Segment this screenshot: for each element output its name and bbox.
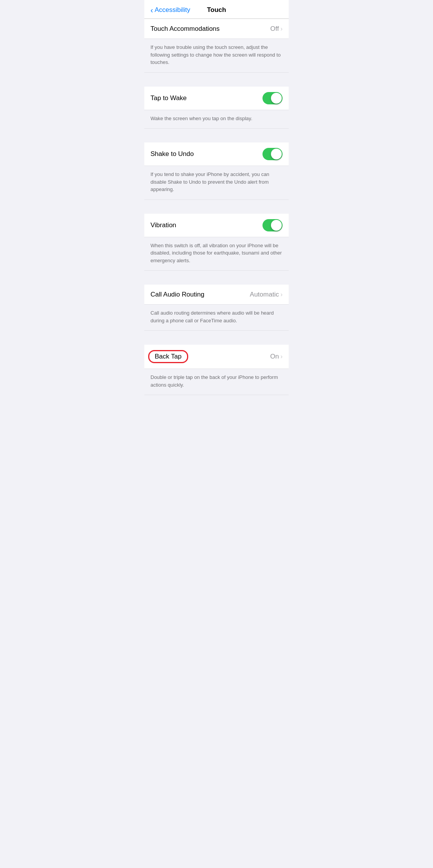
- call-audio-routing-description: Call audio routing determines where audi…: [144, 305, 289, 331]
- back-button[interactable]: ‹ Accessibility: [150, 6, 190, 15]
- content: Touch Accommodations Off › If you have t…: [144, 19, 289, 411]
- back-tap-value: On ›: [270, 353, 283, 360]
- shake-to-undo-description: If you tend to shake your iPhone by acci…: [144, 166, 289, 200]
- call-audio-routing-row[interactable]: Call Audio Routing Automatic ›: [144, 285, 289, 305]
- call-audio-routing-label: Call Audio Routing: [150, 291, 250, 298]
- tap-to-wake-toggle[interactable]: [262, 92, 283, 104]
- section-call-audio-routing: Call Audio Routing Automatic › Call audi…: [144, 285, 289, 331]
- shake-to-undo-toggle[interactable]: [262, 148, 283, 160]
- section-shake-to-undo: Shake to Undo If you tend to shake your …: [144, 142, 289, 200]
- section-tap-to-wake: Tap to Wake Wake the screen when you tap…: [144, 87, 289, 129]
- tap-to-wake-description: Wake the screen when you tap on the disp…: [144, 110, 289, 129]
- back-tap-highlight-circle: Back Tap: [148, 350, 188, 363]
- back-tap-chevron-icon: ›: [281, 353, 283, 360]
- vibration-label: Vibration: [150, 221, 262, 229]
- section-gap-3: [144, 200, 289, 214]
- back-chevron-icon: ‹: [150, 6, 153, 15]
- tap-to-wake-toggle-knob: [271, 93, 282, 104]
- touch-accommodations-chevron-icon: ›: [281, 25, 283, 32]
- touch-accommodations-row[interactable]: Touch Accommodations Off ›: [144, 19, 289, 39]
- back-tap-row[interactable]: Back Tap On ›: [144, 345, 289, 369]
- section-back-tap: Back Tap On › Double or triple tap on th…: [144, 345, 289, 395]
- page-title: Touch: [207, 6, 226, 14]
- section-gap-2: [144, 129, 289, 142]
- nav-bar: ‹ Accessibility Touch: [144, 0, 289, 19]
- vibration-toggle[interactable]: [262, 219, 283, 231]
- tap-to-wake-label: Tap to Wake: [150, 94, 262, 102]
- shake-to-undo-toggle-knob: [271, 149, 282, 159]
- section-vibration: Vibration When this switch is off, all v…: [144, 214, 289, 271]
- section-gap-4: [144, 271, 289, 285]
- touch-accommodations-description: If you have trouble using the touch scre…: [144, 39, 289, 73]
- back-label: Accessibility: [155, 6, 191, 14]
- section-gap-5: [144, 331, 289, 345]
- tap-to-wake-row[interactable]: Tap to Wake: [144, 87, 289, 110]
- vibration-toggle-knob: [271, 220, 282, 231]
- touch-accommodations-label: Touch Accommodations: [150, 25, 270, 33]
- shake-to-undo-label: Shake to Undo: [150, 150, 262, 158]
- call-audio-routing-chevron-icon: ›: [281, 291, 283, 298]
- back-tap-description: Double or triple tap on the back of your…: [144, 369, 289, 395]
- shake-to-undo-row[interactable]: Shake to Undo: [144, 142, 289, 166]
- touch-accommodations-value: Off ›: [270, 25, 283, 33]
- vibration-row[interactable]: Vibration: [144, 214, 289, 237]
- section-gap-1: [144, 73, 289, 87]
- vibration-description: When this switch is off, all vibration o…: [144, 237, 289, 271]
- section-touch-accommodations: Touch Accommodations Off › If you have t…: [144, 19, 289, 73]
- call-audio-routing-value: Automatic ›: [250, 291, 283, 298]
- back-tap-label: Back Tap: [150, 350, 270, 363]
